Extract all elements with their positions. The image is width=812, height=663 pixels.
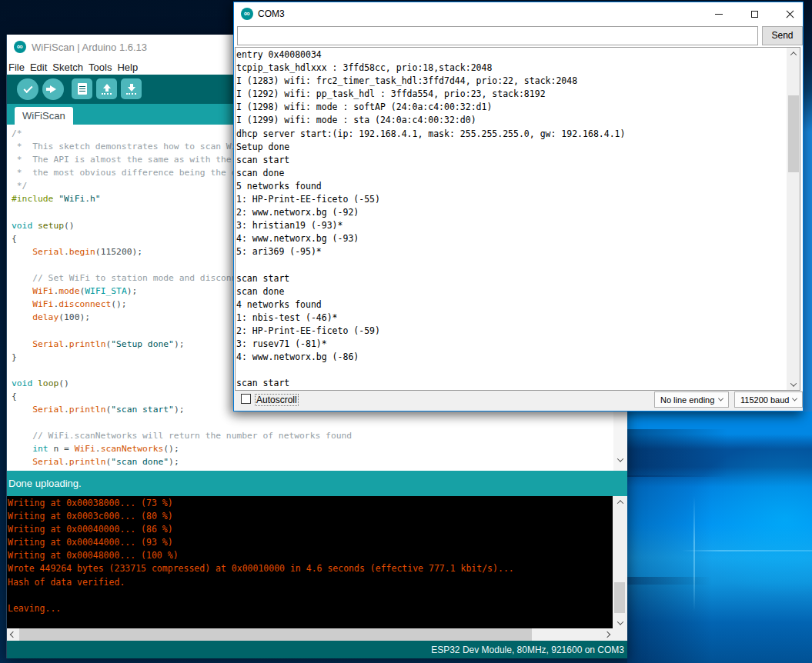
serial-scroll-up-arrow[interactable] [787, 48, 800, 59]
editor-scroll-down-arrow[interactable] [613, 454, 627, 465]
serial-window-title: COM3 [258, 8, 285, 19]
text-line: I (1299) wifi: mode : sta (24:0a:c4:00:3… [236, 114, 625, 127]
text-line: Writing at 0x00038000... (73 %) [8, 497, 514, 510]
ide-horizontal-scrollbar[interactable] [7, 628, 627, 641]
code-line: // WiFi.scanNetworks will return the num… [12, 429, 473, 442]
verify-button[interactable] [17, 78, 38, 100]
text-line: scan start [236, 272, 625, 285]
serial-vertical-scrollbar[interactable] [787, 48, 800, 390]
minimize-button[interactable] [701, 2, 737, 25]
open-sketch-button[interactable] [96, 78, 117, 99]
text-line: scan start [236, 377, 625, 390]
text-line: 3: hristian19 (-93)* [236, 219, 625, 232]
menu-tools[interactable]: Tools [89, 62, 117, 73]
console-scroll-down-arrow[interactable] [613, 617, 627, 628]
serial-output-area[interactable]: entry 0x40080034tcpip_task_hdlxxx : 3ffd… [235, 47, 800, 391]
minimize-icon [715, 14, 723, 15]
text-line: 5: ari369 (-95)* [236, 245, 625, 258]
text-line: 5 networks found [236, 180, 625, 193]
hscroll-right-arrow[interactable] [601, 628, 613, 641]
code-line: int n = WiFi.scanNetworks(); [12, 442, 473, 455]
text-line: Setup done [236, 141, 625, 154]
serial-monitor-window: ∞ COM3 Send entry 0x40080034tcpip_task_h… [233, 2, 804, 411]
code-line [12, 416, 473, 429]
arduino-logo-icon: ∞ [14, 41, 26, 53]
wallpaper-right-sliver [803, 0, 812, 411]
arrow-right-icon [50, 85, 56, 93]
new-sketch-button[interactable] [72, 78, 92, 99]
console-scrollbar-thumb[interactable] [614, 582, 625, 613]
text-line [236, 364, 625, 377]
serial-window-icon: ∞ [241, 8, 253, 20]
chevron-down-icon [718, 396, 723, 401]
done-uploading-text: Done uploading. [8, 478, 82, 489]
ide-statusbar: ESP32 Dev Module, 80MHz, 921600 on COM3 [7, 641, 627, 658]
serial-bottom-bar: Autoscroll No line ending 115200 baud [234, 391, 803, 411]
console-scroll-up-arrow[interactable] [613, 496, 627, 508]
serial-titlebar[interactable]: ∞ COM3 [234, 2, 803, 25]
text-line: Leaving... [8, 602, 514, 615]
text-line: 1: HP-Print-EE-ficeto (-55) [236, 193, 625, 206]
menu-sketch[interactable]: Sketch [52, 62, 89, 73]
serial-output-text: entry 0x40080034tcpip_task_hdlxxx : 3ffd… [236, 48, 625, 390]
maximize-icon [751, 11, 758, 18]
console-vertical-scrollbar[interactable] [613, 496, 627, 628]
text-line: I (1298) wifi: mode : softAP (24:0a:c4:0… [236, 101, 625, 114]
menu-edit[interactable]: Edit [30, 62, 52, 73]
text-line: 2: www.networx.bg (-92) [236, 206, 625, 219]
check-icon [23, 83, 32, 92]
baud-rate-value: 115200 baud [740, 395, 789, 405]
menu-help[interactable]: Help [117, 62, 143, 73]
text-line: Writing at 0x0003c000... (80 %) [8, 510, 514, 523]
wallpaper-dark-band-left [627, 429, 727, 477]
text-line [236, 259, 625, 272]
hscroll-thumb[interactable] [19, 628, 532, 641]
chevron-down-icon [792, 396, 797, 401]
text-line: dhcp server start:(ip: 192.168.4.1, mask… [236, 128, 625, 141]
wallpaper-pane-hline [681, 550, 812, 551]
console-output: Writing at 0x00038000... (73 %)Writing a… [8, 497, 514, 615]
wallpaper-pane-vline [693, 496, 695, 611]
upload-button[interactable] [42, 78, 64, 100]
wallpaper-dark-bottom-left [627, 577, 712, 663]
text-line: 4 networks found [236, 298, 625, 312]
send-button[interactable]: Send [762, 26, 803, 45]
wallpaper-dark-mid-left [627, 475, 712, 585]
text-line: Wrote 449264 bytes (233715 compressed) a… [8, 562, 514, 575]
line-ending-select[interactable]: No line ending [654, 391, 729, 408]
baud-rate-select[interactable]: 115200 baud [734, 391, 803, 408]
code-line: Serial.println("scan done"); [12, 455, 473, 468]
tab-wifiscan[interactable]: WiFiScan [15, 107, 73, 125]
ide-console: Writing at 0x00038000... (73 %)Writing a… [7, 496, 627, 628]
text-line: Writing at 0x00044000... (93 %) [8, 536, 514, 549]
autoscroll-checkbox[interactable] [241, 394, 251, 404]
maximize-button[interactable] [737, 2, 772, 25]
save-sketch-button[interactable] [121, 78, 142, 99]
serial-scroll-down-arrow[interactable] [787, 378, 800, 390]
text-line: entry 0x40080034 [236, 48, 625, 62]
serial-scrollbar-thumb[interactable] [788, 95, 799, 172]
close-icon [786, 10, 794, 18]
text-line: Writing at 0x00040000... (86 %) [8, 523, 514, 536]
text-line: I (1283) wifi: frc2_timer_task_hdl:3ffd7… [236, 75, 625, 88]
text-line: 2: HP-Print-EE-ficeto (-59) [236, 325, 625, 338]
arrow-down-icon [126, 84, 136, 95]
ide-message-bar: Done uploading. [7, 471, 627, 496]
text-line: scan start [236, 154, 625, 167]
text-line: scan done [236, 285, 625, 298]
text-line: scan done [236, 167, 625, 180]
ide-window-title: WiFiScan | Arduino 1.6.13 [32, 42, 147, 53]
menu-file[interactable]: File [8, 62, 30, 73]
close-button[interactable] [772, 2, 807, 25]
board-status-text: ESP32 Dev Module, 80MHz, 921600 on COM3 [431, 645, 624, 655]
text-line: Hash of data verified. [8, 576, 514, 589]
window-controls [701, 2, 807, 25]
text-line: 3: rusev71 (-81)* [236, 338, 625, 351]
text-line: 1: nbis-test (-46)* [236, 312, 625, 325]
text-line: tcpip_task_hdlxxx : 3ffd58cc, prio:18,st… [236, 62, 625, 75]
document-icon [78, 83, 87, 95]
hscroll-left-arrow[interactable] [7, 628, 19, 641]
text-line [8, 589, 514, 602]
autoscroll-label[interactable]: Autoscroll [255, 394, 299, 406]
serial-input-field[interactable] [237, 26, 758, 45]
